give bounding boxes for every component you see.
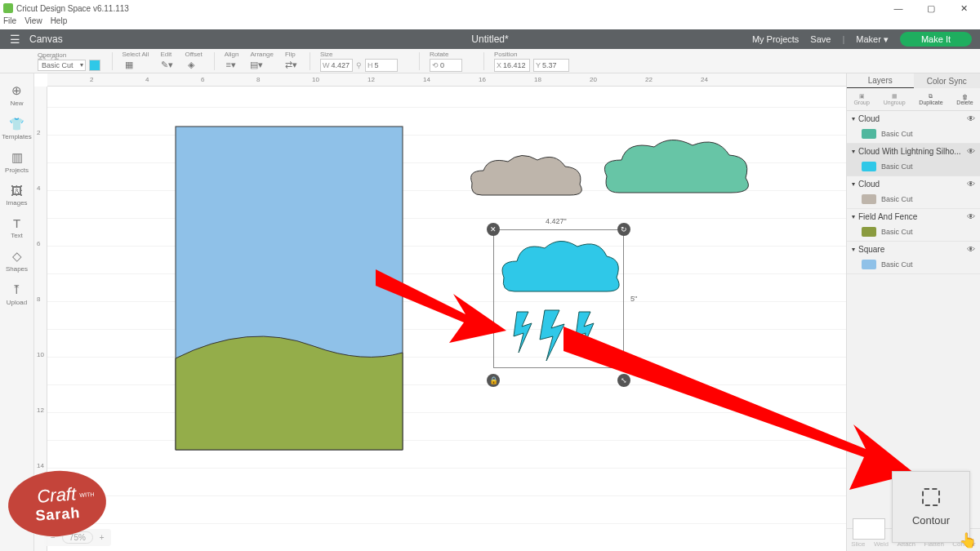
action-group[interactable]: ▣Group xyxy=(853,93,869,105)
handle-delete[interactable]: ✕ xyxy=(487,223,500,236)
shape-cloud-gray[interactable] xyxy=(466,150,588,207)
machine-selector[interactable]: Maker ▾ xyxy=(856,34,889,45)
height-input[interactable]: H5 xyxy=(365,59,398,72)
width-input[interactable]: W4.427 xyxy=(320,59,353,72)
handle-rotate[interactable]: ↻ xyxy=(617,223,630,236)
action-ungroup[interactable]: ▦Ungroup xyxy=(884,93,906,105)
sidebar-new[interactable]: ⊕New xyxy=(0,78,33,112)
layer-square[interactable]: ▾Square👁Basic Cut xyxy=(847,242,980,274)
color-swatch[interactable] xyxy=(89,60,100,71)
operation-select[interactable]: Basic Cut xyxy=(38,60,86,71)
window-maximize[interactable]: ▢ xyxy=(915,0,947,16)
align-icon[interactable]: ≡▾ xyxy=(225,59,238,72)
tab-colorsync[interactable]: Color Sync xyxy=(914,73,981,88)
sidebar-images[interactable]: 🖼Images xyxy=(0,179,33,211)
window-minimize[interactable]: — xyxy=(882,0,915,16)
edit-icon[interactable]: ✎▾ xyxy=(160,59,173,72)
shape-cloud-lightning[interactable] xyxy=(494,230,625,369)
layer-cloud-with-lightning-silho-[interactable]: ▾Cloud With Lightning Silho...👁Basic Cut xyxy=(847,144,980,176)
sidebar-upload[interactable]: ⤒Upload xyxy=(0,278,33,311)
save-button[interactable]: Save xyxy=(810,34,831,44)
app-title: Cricut Design Space v6.11.113 xyxy=(16,4,129,13)
make-it-button[interactable]: Make It xyxy=(900,32,972,47)
handle-lock[interactable]: 🔒 xyxy=(487,374,500,387)
pos-x-input[interactable]: X16.412 xyxy=(494,59,530,72)
rotate-input[interactable]: ⟲0 xyxy=(430,59,462,72)
app-logo xyxy=(3,3,13,13)
layer-cloud[interactable]: ▾Cloud👁Basic Cut xyxy=(847,176,980,209)
document-title: Untitled* xyxy=(471,33,508,45)
menu-file[interactable]: File xyxy=(3,16,16,29)
window-close[interactable]: ✕ xyxy=(947,0,980,16)
contour-icon xyxy=(922,488,940,506)
canvas[interactable]: ✕ ↻ 🔒 ⤡ 4.427" 5" xyxy=(47,87,846,551)
cursor-icon: 👆 xyxy=(959,531,977,549)
sidebar-projects[interactable]: ▥Projects xyxy=(0,145,33,179)
menu-help[interactable]: Help xyxy=(51,16,68,29)
ruler-horizontal: 24681012141618202224 xyxy=(47,73,846,87)
shape-cloud-green[interactable] xyxy=(599,134,754,207)
hamburger-icon[interactable]: ☰ xyxy=(0,33,29,46)
flip-icon[interactable]: ⇄▾ xyxy=(285,59,298,72)
selection-box[interactable] xyxy=(493,229,624,368)
layer-field-and-fence[interactable]: ▾Field And Fence👁Basic Cut xyxy=(847,209,980,242)
action-delete[interactable]: 🗑Delete xyxy=(956,94,973,105)
visibility-icon[interactable]: 👁 xyxy=(967,245,975,254)
visibility-icon[interactable]: 👁 xyxy=(967,212,975,221)
canvas-label: Canvas xyxy=(29,33,63,45)
visibility-icon[interactable]: 👁 xyxy=(967,147,975,156)
color-preview xyxy=(853,518,885,540)
sidebar-text[interactable]: TText xyxy=(0,211,33,244)
layer-cloud[interactable]: ▾Cloud👁Basic Cut xyxy=(847,111,980,144)
selection-height-label: 5" xyxy=(630,295,637,303)
select-all-icon[interactable]: ▦ xyxy=(122,59,136,72)
my-projects-link[interactable]: My Projects xyxy=(752,34,799,44)
shape-square-field[interactable] xyxy=(175,126,403,451)
menu-view[interactable]: View xyxy=(24,16,42,29)
arrange-icon[interactable]: ▤▾ xyxy=(250,59,263,72)
handle-resize[interactable]: ⤡ xyxy=(617,374,630,387)
action-duplicate[interactable]: ⧉Duplicate xyxy=(919,93,942,105)
tab-layers[interactable]: Layers xyxy=(847,73,914,88)
zoom-in-icon[interactable]: + xyxy=(100,533,105,542)
visibility-icon[interactable]: 👁 xyxy=(967,114,975,123)
selection-width-label: 4.427" xyxy=(546,217,567,225)
offset-icon[interactable]: ◈ xyxy=(185,59,198,72)
visibility-icon[interactable]: 👁 xyxy=(967,180,975,189)
sidebar-shapes[interactable]: ◇Shapes xyxy=(0,244,33,278)
sidebar-templates[interactable]: 👕Templates xyxy=(0,112,33,145)
pos-y-input[interactable]: Y5.37 xyxy=(533,59,569,72)
